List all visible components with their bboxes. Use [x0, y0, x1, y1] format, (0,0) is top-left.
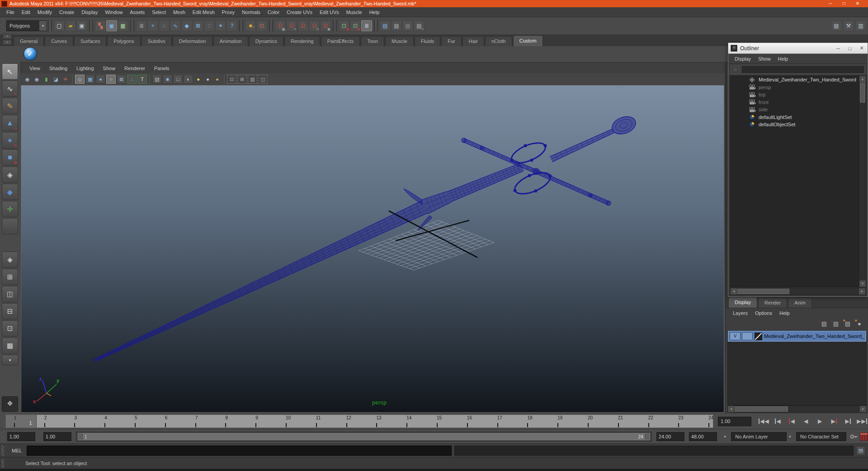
layer-color-swatch[interactable] [755, 333, 762, 340]
snap-to-curve-icon[interactable]: Ω∿ [286, 20, 297, 31]
shelf-tab-deformation[interactable]: Deformation [173, 36, 212, 46]
shelf-tab-painteffects[interactable]: PaintEffects [321, 36, 360, 46]
make-live-icon[interactable]: Ω◉ [320, 20, 331, 31]
move-layer-down-icon[interactable]: ▤↓ [831, 319, 840, 328]
output-connection-icon[interactable]: ⊡▶ [350, 20, 361, 31]
maximize-icon[interactable]: □ [844, 46, 856, 51]
select-tool[interactable]: ↖ [2, 63, 18, 80]
layer-playback-toggle[interactable] [742, 332, 753, 340]
menu-set-dropdown[interactable]: Polygons ▾ [6, 20, 47, 31]
layout-four-pane-button[interactable]: ⊞ [2, 269, 18, 285]
range-slider-track[interactable]: 1 24 [76, 432, 652, 442]
shelf-tab-dynamics[interactable]: Dynamics [249, 36, 283, 46]
step-forward-key-button[interactable]: ▶ [828, 416, 840, 426]
minimize-icon[interactable]: ─ [832, 46, 844, 51]
minimize-icon[interactable]: ─ [824, 0, 837, 7]
construction-history-icon[interactable]: ≣ [361, 20, 372, 31]
last-tool-tool[interactable] [2, 218, 18, 234]
snap-to-grid-icon[interactable]: Ω▦ [275, 20, 286, 31]
panel-menu-show[interactable]: Show [99, 66, 120, 71]
character-set-dropdown[interactable]: No Character Set [796, 432, 846, 441]
vray-shelf-button[interactable]: ✓ [24, 47, 37, 61]
toolbar-divider[interactable] [333, 20, 337, 32]
scroll-down-icon[interactable]: ▾ [859, 281, 866, 287]
mask-dynamics-icon[interactable]: ∵ [204, 20, 215, 31]
default-material-icon[interactable]: ▧ [152, 75, 162, 84]
render-settings-icon[interactable]: ▤✶ [414, 20, 425, 31]
menu-proxy[interactable]: Proxy [218, 7, 238, 17]
step-back-key-button[interactable]: ◀ [786, 416, 798, 426]
panel-menu-shading[interactable]: Shading [45, 66, 72, 71]
textured-mode-icon[interactable]: ⊠ [117, 75, 126, 84]
attribute-editor-icon[interactable]: ▤ [831, 20, 842, 31]
menu-file[interactable]: File [3, 7, 18, 17]
use-all-lights-icon[interactable]: ∴ [127, 75, 137, 84]
drag-handle[interactable] [1, 19, 4, 33]
snap-to-plane-icon[interactable]: Ω◇ [309, 20, 320, 31]
shelf-tab-fur[interactable]: Fur [441, 36, 462, 46]
new-scene-icon[interactable]: ▢ [54, 20, 65, 31]
scroll-left-icon[interactable]: ◂ [728, 406, 734, 412]
layer-editor-tab-anim[interactable]: Anim [788, 298, 812, 308]
menu-modify[interactable]: Modify [34, 7, 56, 17]
set-object-mask-icon[interactable]: ≣ [136, 20, 147, 31]
play-backwards-button[interactable]: ◀ [800, 416, 812, 426]
mask-rendering-icon[interactable]: ✶ [215, 20, 226, 31]
scroll-thumb[interactable] [860, 83, 865, 103]
select-by-component-icon[interactable]: ▩ [118, 20, 128, 31]
outliner-menu-show[interactable]: Show [755, 54, 774, 64]
flat-shade-icon[interactable]: ● [96, 75, 105, 84]
shelf-tab-general[interactable]: General [14, 36, 44, 46]
viewport-canvas[interactable]: z y x persp [21, 85, 724, 413]
outliner-hscrollbar[interactable]: ◂ ▸ [730, 288, 866, 295]
range-end-handle[interactable] [645, 433, 650, 440]
cube-shade-icon[interactable]: ■ [163, 75, 172, 84]
render-view-icon[interactable]: ▤ [380, 20, 391, 31]
menu-muscle[interactable]: Muscle [343, 7, 366, 17]
layer-name[interactable]: Medieval_Zweihander_Two_Handed_Sword_ [764, 333, 864, 339]
close-icon[interactable]: ✕ [851, 0, 864, 7]
outliner-item-defaultlightset[interactable]: defaultLightSet [731, 114, 859, 121]
current-time-field[interactable] [718, 417, 751, 426]
maximize-icon[interactable]: □ [837, 0, 851, 7]
image-plane-icon[interactable]: ◪ [52, 75, 60, 83]
pick-camera-icon[interactable]: ◉ [23, 75, 32, 83]
menu-edit[interactable]: Edit [18, 7, 34, 17]
command-line-mode-label[interactable]: MEL [12, 448, 22, 453]
drag-handle[interactable] [1, 431, 4, 442]
menu-select[interactable]: Select [148, 7, 170, 17]
move-layer-up-icon[interactable]: ▤↑ [820, 319, 829, 328]
lasso-tool[interactable]: ∿↖ [2, 81, 18, 97]
mask-handles-icon[interactable]: + [147, 20, 158, 31]
wireframe-mode-icon[interactable]: ◇ [75, 75, 85, 84]
toolbar-divider[interactable] [269, 20, 273, 32]
panel-menu-view[interactable]: View [25, 66, 45, 71]
texture-placement-icon[interactable]: T [137, 75, 147, 84]
outliner-item-side[interactable]: side [731, 106, 859, 114]
shelf-tab-animation[interactable]: Animation [213, 36, 248, 46]
highlight-selection-icon[interactable]: ⊡ [256, 20, 267, 31]
layout-hypershade-persp-button[interactable]: ⊡ [2, 320, 18, 337]
layer-editor-menu-layers[interactable]: Layers [729, 308, 751, 318]
shelf-tab-rendering[interactable]: Rendering [284, 36, 320, 46]
range-slider-bar[interactable]: 1 24 [78, 433, 650, 440]
bookmarks-icon[interactable]: ▮ [42, 75, 51, 83]
scroll-up-icon[interactable]: ▴ [859, 76, 866, 82]
shelf-tab-ncloth[interactable]: nCloth [485, 36, 512, 46]
go-to-start-button[interactable]: ◀◀ [758, 416, 770, 426]
outliner-title-bar[interactable]: ☵ Outliner ─ □ ✕ [728, 43, 868, 54]
menu-window[interactable]: Window [101, 7, 126, 17]
xray-mode-icon[interactable]: ⊞ [237, 75, 247, 84]
mask-points-icon[interactable]: ∴ [159, 20, 170, 31]
scroll-thumb[interactable] [735, 406, 788, 412]
go-to-end-button[interactable]: ▶▶ [856, 416, 868, 426]
shelf-tab-subdivs[interactable]: Subdivs [142, 36, 172, 46]
play-forwards-button[interactable]: ▶ [814, 416, 826, 426]
outliner-item-medieval_zweihander_two_handed_sword[interactable]: Medieval_Zweihander_Two_Handed_Sword [731, 76, 859, 84]
time-ruler[interactable]: 1 12345678910111213141516171819202122232… [5, 414, 713, 428]
shelf-tab-polygons[interactable]: Polygons [107, 36, 140, 46]
toolbar-divider[interactable] [89, 20, 93, 32]
new-layer-from-selected-icon[interactable]: ●✶ [855, 319, 864, 328]
channel-box-icon[interactable]: ▥ [855, 20, 866, 31]
save-scene-icon[interactable]: ▣ [76, 20, 87, 31]
